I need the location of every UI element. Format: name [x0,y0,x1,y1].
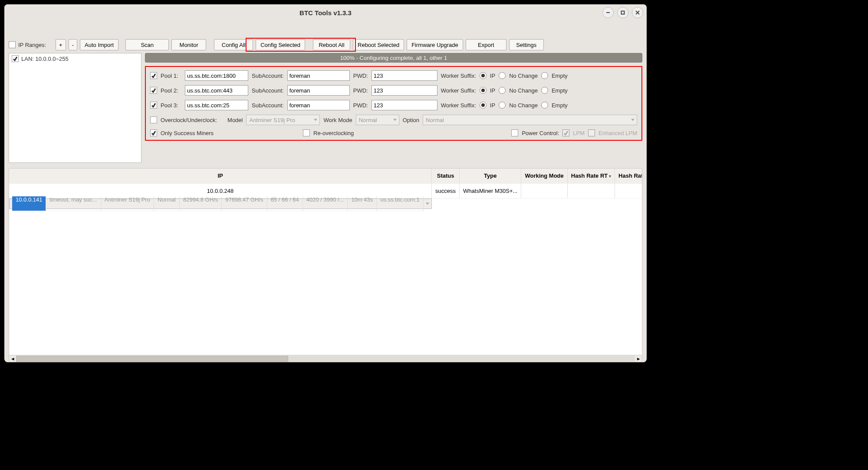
col-working-mode[interactable]: Working Mode [521,169,567,183]
lpm-label: LPM [573,130,585,136]
pool2-checkbox[interactable] [150,87,157,94]
ip-ranges-checkbox[interactable] [9,41,16,48]
config-panel: Pool 1: us.ss.btc.com:1800 SubAccount: f… [145,66,642,141]
only-success-checkbox[interactable] [150,129,157,136]
pool3-pwd-label: PWD: [353,102,368,109]
window-title: BTC Tools v1.3.3 [299,9,352,17]
firmware-upgrade-button[interactable]: Firmware Upgrade [407,39,463,50]
power-control-label: Power Control: [522,130,559,136]
cell-type: WhatsMiner M30S+... [460,183,521,198]
option-label: Option [403,117,419,123]
col-hash-rt[interactable]: Hash Rate RT [567,169,615,183]
pool2-ws-empty-radio[interactable] [541,87,548,94]
pool1-checkbox[interactable] [150,72,157,79]
auto-import-button[interactable]: Auto Import [80,39,118,50]
table-row[interactable]: 10.0.0.141 timeout, may suc... Antminer … [9,199,432,209]
pool2-url-input[interactable]: us.ss.btc.com:443 [185,85,248,96]
only-success-label: Only Success Miners [161,130,214,136]
cell-rt [567,183,615,198]
ip-range-sidebar: LAN: 10.0.0.0~255 [9,53,141,163]
reboot-selected-button[interactable]: Reboot Selected [353,39,404,50]
pool1-ws-ip-radio[interactable] [480,72,487,79]
col-type[interactable]: Type [460,169,521,183]
pool2-pwd-input[interactable]: 123 [372,85,437,96]
pool1-ws-empty-radio[interactable] [541,72,548,79]
cell-pool1: us.ss.btc.com:1 [377,196,423,211]
model-select[interactable]: Antminer S19j Pro [246,115,320,125]
overclock-label: Overclock/Underclock: [161,117,217,123]
pool2-ws-label: Worker Suffix: [441,87,476,94]
workmode-select[interactable]: Normal [356,115,399,125]
cell-avg: 97698.47 GH/s [222,196,267,211]
ip-ranges-label: IP Ranges: [18,42,46,48]
pool3-label: Pool 3: [161,102,181,109]
option-select[interactable]: Normal [423,115,637,125]
workmode-label: Work Mode [323,117,352,123]
pool1-ws-empty-text: Empty [552,73,568,79]
pool3-url-input[interactable]: us.ss.btc.com:25 [185,100,248,110]
cell-elapsed: 10m 43s [348,196,377,211]
pool2-ws-nochange-text: No Change [509,87,538,94]
monitor-button[interactable]: Monitor [171,39,206,50]
add-range-button[interactable]: + [56,39,66,50]
pool3-pwd-input[interactable]: 123 [372,100,437,110]
pool1-ws-ip-text: IP [490,73,495,79]
pool2-ws-ip-text: IP [490,87,495,94]
scroll-thumb[interactable] [16,356,288,362]
close-button[interactable] [632,7,643,18]
pool3-checkbox[interactable] [150,102,157,109]
config-all-button[interactable]: Config All [214,39,253,50]
lan-range-label[interactable]: LAN: 10.0.0.0~255 [21,56,69,62]
pool3-ws-empty-radio[interactable] [541,102,548,109]
reoverclock-checkbox[interactable] [303,129,310,136]
cell-status: timeout, may suc... [46,196,101,211]
pool2-ws-ip-radio[interactable] [480,87,487,94]
power-control-checkbox[interactable] [511,129,518,136]
pool3-ws-empty-text: Empty [552,102,568,109]
cell-fan: 4020 / 3990 /... [303,196,348,211]
maximize-button[interactable] [617,7,628,18]
pool1-pwd-input[interactable]: 123 [372,70,437,81]
col-hash-avg[interactable]: Hash Rate avg [615,169,642,183]
settings-button[interactable]: Settings [509,39,544,50]
pool1-ws-nochange-radio[interactable] [499,72,506,79]
col-ip[interactable]: IP [9,169,432,183]
pool3-ws-ip-radio[interactable] [480,102,487,109]
miner-table: IP Status Type Working Mode Hash Rate RT… [9,168,642,362]
scan-button[interactable]: Scan [125,39,169,50]
pool3-ws-nochange-radio[interactable] [499,102,506,109]
pool2-ws-nochange-radio[interactable] [499,87,506,94]
pool3-ws-label: Worker Suffix: [441,102,476,109]
table-header-row: IP Status Type Working Mode Hash Rate RT… [9,169,642,183]
config-selected-button[interactable]: Config Selected [256,39,305,50]
cell-rt: 82994.8 GH/s [180,196,222,211]
pool1-subaccount-label: SubAccount: [252,73,284,79]
svg-rect-1 [621,11,625,14]
reboot-all-button[interactable]: Reboot All [313,39,350,50]
progress-text: 100% - Configuring complete, all 1, othe… [340,55,447,61]
overclock-checkbox[interactable] [150,116,157,123]
cell-ip: 10.0.0.141 [12,196,46,211]
col-status[interactable]: Status [432,169,460,183]
pool1-label: Pool 1: [161,73,181,79]
cell-wm: Normal [154,196,180,211]
lan-range-checkbox[interactable] [12,55,19,62]
remove-range-button[interactable]: - [69,39,77,50]
scroll-right-icon[interactable]: ▸ [635,356,642,362]
pool2-subaccount-label: SubAccount: [252,87,284,94]
pool3-ws-nochange-text: No Change [509,102,538,109]
pool1-subaccount-input[interactable]: foreman [287,70,350,81]
scroll-left-icon[interactable]: ◂ [9,356,16,362]
pool1-pwd-label: PWD: [353,73,368,79]
pool3-subaccount-input[interactable]: foreman [287,100,350,110]
minimize-button[interactable] [602,7,614,18]
pool1-ws-label: Worker Suffix: [441,73,476,79]
horizontal-scrollbar[interactable]: ◂ ▸ [9,355,642,362]
pool2-label: Pool 2: [161,87,181,94]
export-button[interactable]: Export [466,39,506,50]
toolbar: IP Ranges: + - Auto Import Scan Monitor … [4,36,647,53]
enhanced-lpm-label: Enhanced LPM [598,130,637,136]
pool2-subaccount-input[interactable]: foreman [287,85,350,96]
pool1-url-input[interactable]: us.ss.btc.com:1800 [185,70,248,81]
progress-bar: 100% - Configuring complete, all 1, othe… [145,53,642,63]
